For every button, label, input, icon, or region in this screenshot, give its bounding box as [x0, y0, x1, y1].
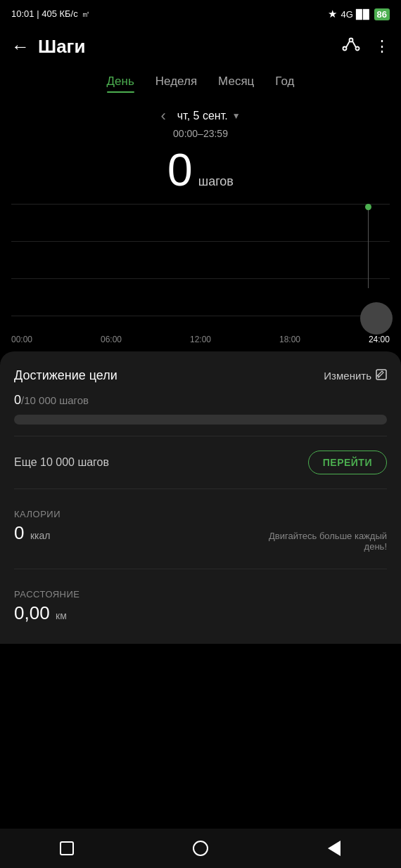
tab-year[interactable]: Год: [275, 75, 294, 93]
remaining-row: Еще 10 000 шагов ПЕРЕЙТИ: [14, 448, 387, 477]
step-count-display: 0 шагов: [0, 148, 401, 193]
edit-icon: [376, 369, 387, 383]
goal-edit-button[interactable]: Изменить: [324, 369, 387, 383]
nav-stop-button[interactable]: [53, 834, 81, 862]
goal-header: Достижение цели Изменить: [14, 368, 387, 383]
tab-week[interactable]: Неделя: [155, 75, 197, 93]
x-label-0: 00:00: [11, 335, 32, 344]
steps-chart: 00:00 06:00 12:00 18:00 24:00: [0, 204, 401, 344]
status-icons: ★ 4G ▉▉ 86: [328, 8, 390, 20]
calories-label: Калории: [14, 509, 387, 519]
header-actions: ⋮: [342, 37, 390, 56]
nav-back-button[interactable]: [320, 834, 348, 862]
tab-month[interactable]: Месяц: [218, 75, 254, 93]
svg-line-4: [352, 41, 356, 48]
status-network: 405 КБ/с: [42, 8, 78, 19]
date-label[interactable]: чт, 5 сент. ▼: [177, 110, 241, 122]
date-navigation: ‹ чт, 5 сент. ▼: [0, 107, 401, 125]
grid-line-mid1: [11, 241, 390, 242]
goto-button[interactable]: ПЕРЕЙТИ: [308, 451, 387, 474]
battery-icon: 86: [374, 8, 390, 20]
status-time: 10:01: [11, 8, 34, 19]
prev-date-button[interactable]: ‹: [160, 107, 165, 125]
distance-stat: Расстояние 0,00 км: [14, 581, 387, 630]
time-range: 00:00–23:59: [0, 128, 401, 139]
nav-back-icon: [328, 841, 340, 856]
nav-stop-icon: [60, 841, 74, 855]
chart-cursor-dot: [365, 204, 371, 210]
divider-1: [14, 436, 387, 436]
nav-home-button[interactable]: [186, 834, 215, 862]
x-label-3: 18:00: [279, 335, 300, 344]
grid-line-bottom: [11, 316, 390, 316]
calories-unit: ккал: [30, 530, 51, 541]
x-label-1: 06:00: [101, 335, 122, 344]
x-label-4: 24:00: [369, 335, 390, 344]
step-number: 0: [167, 148, 193, 193]
goal-progress-bar-bg: [14, 415, 387, 425]
step-unit: шагов: [198, 174, 234, 189]
distance-unit: км: [56, 610, 67, 621]
calories-value-unit: 0 ккал: [14, 522, 50, 544]
calories-value-row: 0 ккал Двигайтесь больше каждый день!: [14, 522, 387, 552]
signal-icon: 4G ▉▉: [341, 9, 370, 20]
distance-value-unit: 0,00 км: [14, 602, 67, 624]
goal-progress-text: 0/10 000 шагов: [14, 393, 387, 408]
chart-cursor-line: [368, 204, 369, 288]
graph-icon[interactable]: [342, 37, 360, 56]
svg-line-3: [346, 41, 350, 48]
remaining-text: Еще 10 000 шагов: [14, 456, 109, 469]
app-header: ← Шаги ⋮: [0, 25, 401, 67]
x-label-2: 12:00: [190, 335, 211, 344]
chart-x-labels: 00:00 06:00 12:00 18:00 24:00: [11, 335, 390, 344]
bottom-card: Достижение цели Изменить 0/10 000 шагов …: [0, 351, 401, 644]
grid-line-top: [11, 204, 390, 205]
distance-value: 0,00: [14, 602, 50, 623]
chart-grid: [11, 204, 390, 316]
tab-day[interactable]: День: [107, 75, 134, 93]
page-title: Шаги: [38, 36, 342, 58]
distance-value-row: 0,00 км: [14, 602, 387, 624]
grid-line-mid2: [11, 278, 390, 279]
tabs-bar: День Неделя Месяц Год: [0, 67, 401, 93]
goal-current: 0: [14, 393, 21, 407]
nav-home-icon: [193, 841, 208, 856]
nav-bar: [0, 829, 401, 868]
back-button[interactable]: ←: [11, 36, 30, 58]
chart-scroll-thumb[interactable]: [360, 302, 393, 335]
goal-title: Достижение цели: [14, 368, 117, 383]
date-dropdown-icon: ▼: [232, 111, 241, 121]
divider-3: [14, 569, 387, 569]
more-icon[interactable]: ⋮: [374, 37, 390, 56]
divider-2: [14, 488, 387, 489]
status-bar: 10:01 | 405 КБ/с ㎡ ★ 4G ▉▉ 86: [0, 0, 401, 25]
goal-max: 10 000 шагов: [24, 394, 89, 406]
bluetooth-icon: ★: [328, 8, 337, 20]
distance-label: Расстояние: [14, 589, 387, 600]
status-time-network: 10:01 | 405 КБ/с ㎡: [11, 8, 90, 20]
calories-stat: Калории 0 ккал Двигайтесь больше каждый …: [14, 500, 387, 557]
edit-label: Изменить: [324, 370, 371, 382]
calories-hint: Двигайтесь больше каждый день!: [246, 531, 387, 552]
calories-value: 0: [14, 522, 24, 543]
